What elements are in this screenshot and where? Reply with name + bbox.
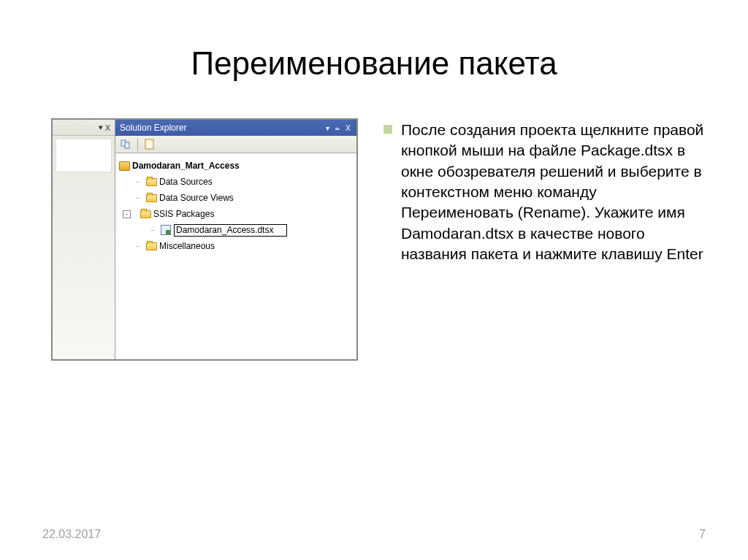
slide-title: Переименование пакета [0,45,748,82]
footer-page-number: 7 [699,528,706,541]
svg-rect-1 [125,142,129,148]
close-icon[interactable]: X [105,123,110,132]
package-icon [160,225,172,235]
tree-project-node[interactable]: Damodaran_Mart_Access [118,158,354,174]
folder-icon [145,177,157,187]
properties-icon[interactable] [120,139,131,150]
rename-input[interactable] [174,224,287,237]
tree-project-label: Damodaran_Mart_Access [132,161,240,171]
tree-connector: ┈ [148,226,158,234]
footer-date: 22.03.2017 [42,528,101,541]
side-panel-body [56,139,112,172]
folder-icon [145,241,157,251]
tree-data-source-views-label: Data Source Views [159,193,234,203]
tree-miscellaneous-label: Miscellaneous [159,241,215,251]
folder-icon [140,209,151,219]
project-icon [118,161,130,171]
tree-data-sources-node[interactable]: ┈ Data Sources [118,174,354,190]
tree-ssis-packages-label: SSIS Packages [153,209,214,219]
show-all-icon[interactable] [144,139,156,150]
solution-explorer-title-text: Solution Explorer [120,123,186,133]
tree-data-source-views-node[interactable]: ┈ Data Source Views [118,190,354,206]
tree-ssis-packages-node[interactable]: - SSIS Packages [118,206,354,222]
toolbar-divider [137,138,138,151]
collapse-icon[interactable]: - [123,210,131,218]
tree-connector: ┈ [133,194,143,202]
dropdown-icon[interactable]: ▾ [99,123,103,132]
instruction-text: После создания проекта щелкните правой к… [401,120,711,264]
side-panel: ▾ X [53,120,115,359]
tree-package-node[interactable]: ┈ [118,222,354,238]
tree-connector: ┈ [133,242,143,250]
tree-data-sources-label: Data Sources [159,177,213,187]
solution-explorer-titlebar[interactable]: Solution Explorer ▾ ⫨ X [115,120,356,136]
tree-connector: ┈ [133,178,143,186]
bullet-marker [383,125,392,134]
tree-view[interactable]: Damodaran_Mart_Access ┈ Data Sources ┈ D… [115,153,356,359]
solution-explorer-toolbar [115,136,356,153]
solution-explorer-panel: Solution Explorer ▾ ⫨ X Da [115,120,356,359]
screenshot-frame: ▾ X Solution Explorer ▾ ⫨ X [51,118,358,361]
panel-dropdown-icon[interactable]: ▾ [324,124,331,132]
panel-close-icon[interactable]: X [344,124,352,132]
folder-icon [145,193,157,203]
pushpin-icon[interactable]: ⫨ [332,124,343,132]
tree-miscellaneous-node[interactable]: ┈ Miscellaneous [118,238,354,254]
